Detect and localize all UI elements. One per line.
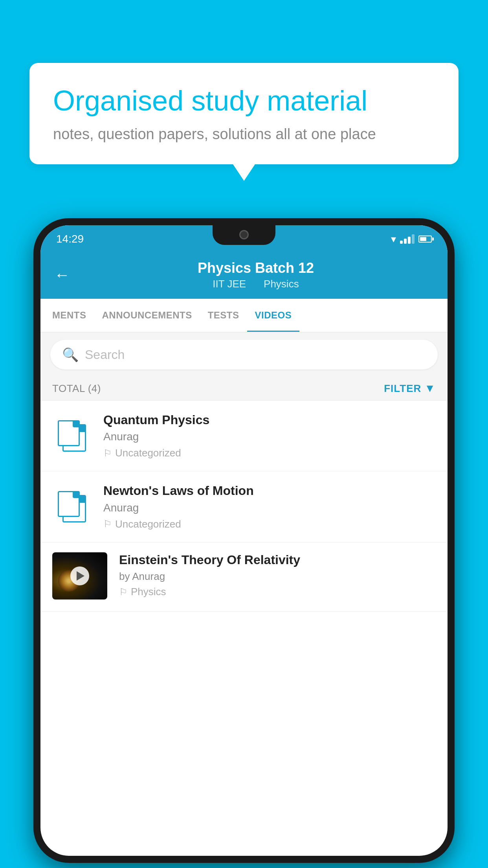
tag-icon: ⚐ bbox=[103, 448, 112, 459]
video-title: Newton's Laws of Motion bbox=[103, 483, 436, 498]
video-author: by Anurag bbox=[119, 570, 436, 583]
status-icons: ▾ bbox=[391, 233, 432, 245]
speech-bubble-title: Organised study material bbox=[53, 85, 435, 117]
video-title: Einstein's Theory Of Relativity bbox=[119, 552, 436, 567]
back-button[interactable]: ← bbox=[54, 266, 70, 284]
subtitle-physics: Physics bbox=[264, 278, 299, 290]
list-item[interactable]: Quantum Physics Anurag ⚐ Uncategorized bbox=[40, 401, 448, 471]
file-icon-container bbox=[52, 420, 92, 452]
tag-text: Physics bbox=[131, 586, 166, 598]
total-count: TOTAL (4) bbox=[52, 383, 101, 395]
search-container: 🔍 Search bbox=[40, 333, 448, 377]
video-info: Newton's Laws of Motion Anurag ⚐ Uncateg… bbox=[103, 483, 436, 530]
video-author: Anurag bbox=[103, 430, 436, 443]
play-button[interactable] bbox=[70, 566, 89, 585]
tag-text: Uncategorized bbox=[115, 447, 181, 459]
camera bbox=[239, 230, 249, 239]
tabs-bar: MENTS ANNOUNCEMENTS TESTS VIDEOS bbox=[40, 299, 448, 333]
phone-container: 14:29 ▾ ← Physics Batch bbox=[33, 218, 455, 868]
tab-tests[interactable]: TESTS bbox=[200, 299, 247, 332]
search-box[interactable]: 🔍 Search bbox=[50, 340, 438, 370]
tab-announcements[interactable]: ANNOUNCEMENTS bbox=[94, 299, 200, 332]
app-bar: ← Physics Batch 12 IIT JEE Physics bbox=[40, 253, 448, 299]
search-placeholder: Search bbox=[85, 348, 125, 362]
video-author: Anurag bbox=[103, 502, 436, 514]
video-info: Einstein's Theory Of Relativity by Anura… bbox=[119, 552, 436, 598]
search-icon: 🔍 bbox=[62, 347, 79, 362]
list-item[interactable]: Einstein's Theory Of Relativity by Anura… bbox=[40, 542, 448, 612]
video-tag: ⚐ Uncategorized bbox=[103, 518, 436, 530]
video-info: Quantum Physics Anurag ⚐ Uncategorized bbox=[103, 412, 436, 459]
video-title: Quantum Physics bbox=[103, 412, 436, 427]
app-bar-subtitle: IIT JEE Physics bbox=[78, 278, 434, 290]
file-icon-container bbox=[52, 491, 92, 522]
filter-bar: TOTAL (4) FILTER ▼ bbox=[40, 377, 448, 401]
app-bar-title: Physics Batch 12 bbox=[78, 260, 434, 276]
status-time: 14:29 bbox=[56, 233, 84, 245]
filter-button[interactable]: FILTER ▼ bbox=[384, 382, 436, 395]
file-icon bbox=[58, 420, 86, 452]
video-tag: ⚐ Uncategorized bbox=[103, 447, 436, 459]
tag-icon: ⚐ bbox=[119, 587, 128, 598]
tag-icon: ⚐ bbox=[103, 519, 112, 530]
video-thumbnail bbox=[52, 552, 107, 600]
app-bar-title-section: Physics Batch 12 IIT JEE Physics bbox=[78, 260, 434, 290]
speech-bubble-container: Organised study material notes, question… bbox=[29, 63, 459, 164]
video-list: Quantum Physics Anurag ⚐ Uncategorized bbox=[40, 401, 448, 612]
list-item[interactable]: Newton's Laws of Motion Anurag ⚐ Uncateg… bbox=[40, 471, 448, 542]
file-icon bbox=[58, 491, 86, 522]
tab-videos[interactable]: VIDEOS bbox=[247, 299, 300, 332]
speech-bubble: Organised study material notes, question… bbox=[29, 63, 459, 164]
video-tag: ⚐ Physics bbox=[119, 586, 436, 598]
play-icon bbox=[77, 571, 84, 581]
subtitle-iit: IIT JEE bbox=[213, 278, 246, 290]
speech-bubble-subtitle: notes, question papers, solutions all at… bbox=[53, 126, 435, 143]
filter-label: FILTER bbox=[384, 383, 421, 395]
filter-icon: ▼ bbox=[424, 382, 436, 395]
tag-text: Uncategorized bbox=[115, 518, 181, 530]
signal-icon bbox=[400, 234, 415, 244]
phone-screen: 14:29 ▾ ← Physics Batch bbox=[40, 225, 448, 856]
phone-outer: 14:29 ▾ ← Physics Batch bbox=[33, 218, 455, 863]
wifi-icon: ▾ bbox=[391, 233, 396, 245]
battery-icon bbox=[418, 235, 432, 243]
notch bbox=[213, 225, 275, 245]
status-bar: 14:29 ▾ bbox=[40, 225, 448, 253]
tab-ments[interactable]: MENTS bbox=[44, 299, 94, 332]
